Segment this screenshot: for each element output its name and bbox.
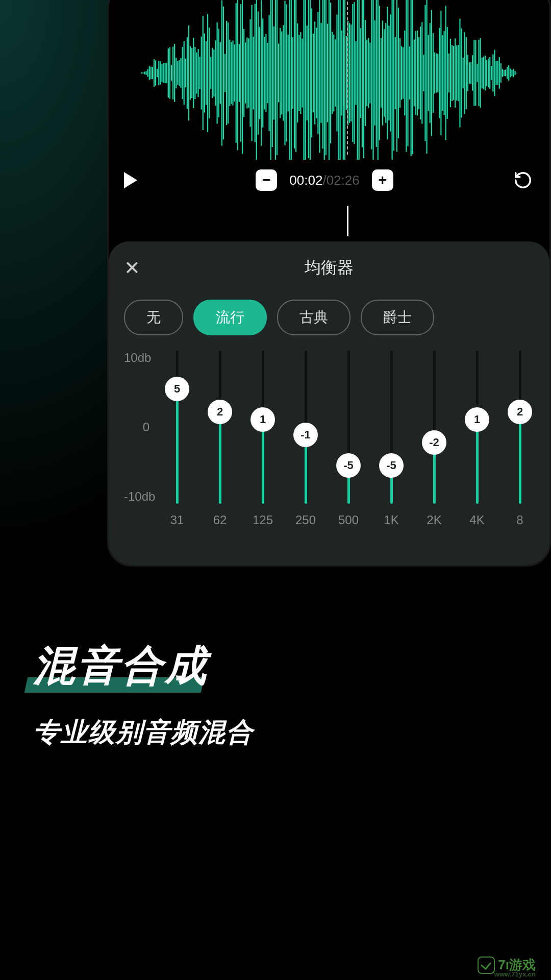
slider-fill <box>519 412 521 504</box>
slider-track[interactable]: -1 <box>305 351 307 504</box>
band-label: 2K <box>427 513 441 527</box>
slider-thumb[interactable]: 2 <box>208 400 232 424</box>
scale-top: 10db <box>124 351 149 365</box>
band-62: 2 62 <box>208 351 232 550</box>
band-label: 31 <box>170 513 184 527</box>
preset-0[interactable]: 无 <box>124 300 183 335</box>
zoom-in-button[interactable]: + <box>372 169 393 191</box>
promo-title: 混音合成 <box>33 642 209 689</box>
slider-thumb[interactable]: 5 <box>165 377 189 401</box>
band-label: 62 <box>213 513 227 527</box>
slider-track[interactable]: 1 <box>476 351 479 504</box>
slider-track[interactable]: 2 <box>519 351 521 504</box>
mini-wave <box>109 206 549 236</box>
time-display: 00:02/02:26 <box>289 173 359 188</box>
slider-fill <box>176 389 179 504</box>
phone-frame: − 00:02/02:26 + ✕ 均衡器 无流行古典爵士 10db 0 -10… <box>107 0 551 567</box>
eq-scale: 10db 0 -10db <box>124 351 155 504</box>
undo-icon[interactable] <box>512 169 534 191</box>
slider-track[interactable]: -5 <box>347 351 350 504</box>
band-8: 2 8 <box>508 351 532 550</box>
band-2K: -2 2K <box>422 351 446 550</box>
slider-thumb[interactable]: -5 <box>379 453 404 478</box>
slider-track[interactable]: 1 <box>262 351 264 504</box>
total-time: 02:26 <box>327 173 360 188</box>
band-4K: 1 4K <box>465 351 489 550</box>
preset-row: 无流行古典爵士 <box>124 300 549 335</box>
band-label: 4K <box>469 513 484 527</box>
playhead-line <box>347 0 348 155</box>
watermark-icon <box>478 957 495 974</box>
promo-subtitle: 专业级别音频混合 <box>33 715 254 750</box>
band-label: 250 <box>295 513 316 527</box>
band-250: -1 250 <box>293 351 318 550</box>
watermark: 7ı游戏 www.71yx.cn <box>478 956 536 974</box>
zoom-out-button[interactable]: − <box>256 169 277 191</box>
slider-thumb[interactable]: -5 <box>336 453 361 478</box>
slider-thumb[interactable]: -2 <box>422 430 446 455</box>
equalizer-panel: ✕ 均衡器 无流行古典爵士 10db 0 -10db 5 31 2 62 <box>109 241 549 567</box>
slider-track[interactable]: -5 <box>390 351 393 504</box>
scale-mid: 0 <box>124 420 149 434</box>
current-time: 00:02 <box>289 173 322 188</box>
scale-bot: -10db <box>124 489 149 504</box>
slider-thumb[interactable]: -1 <box>293 423 318 447</box>
slider-thumb[interactable]: 1 <box>465 407 489 432</box>
slider-fill <box>476 420 479 504</box>
slider-fill <box>219 412 221 504</box>
band-label: 8 <box>516 513 523 527</box>
band-31: 5 31 <box>165 351 189 550</box>
promo-block: 混音合成 专业级别音频混合 <box>33 638 254 750</box>
slider-fill <box>262 420 264 504</box>
play-button[interactable] <box>124 172 137 188</box>
band-1K: -5 1K <box>379 351 404 550</box>
eq-bands: 5 31 2 62 1 125 -1 250 -5 500 <box>155 351 549 550</box>
transport-bar: − 00:02/02:26 + <box>109 160 549 201</box>
waveform-svg <box>119 0 539 160</box>
band-label: 500 <box>338 513 359 527</box>
slider-track[interactable]: -2 <box>433 351 436 504</box>
eq-title: 均衡器 <box>135 257 523 279</box>
preset-2[interactable]: 古典 <box>277 300 350 335</box>
slider-track[interactable]: 5 <box>176 351 179 504</box>
preset-1[interactable]: 流行 <box>193 300 267 335</box>
band-125: 1 125 <box>251 351 275 550</box>
preset-3[interactable]: 爵士 <box>361 300 434 335</box>
band-label: 1K <box>384 513 398 527</box>
watermark-url: www.71yx.cn <box>494 970 536 978</box>
mini-marker[interactable] <box>347 206 348 236</box>
slider-track[interactable]: 2 <box>219 351 221 504</box>
band-label: 125 <box>253 513 273 527</box>
band-500: -5 500 <box>336 351 361 550</box>
slider-thumb[interactable]: 1 <box>251 407 275 432</box>
slider-thumb[interactable]: 2 <box>508 400 532 424</box>
waveform-display <box>109 0 549 160</box>
